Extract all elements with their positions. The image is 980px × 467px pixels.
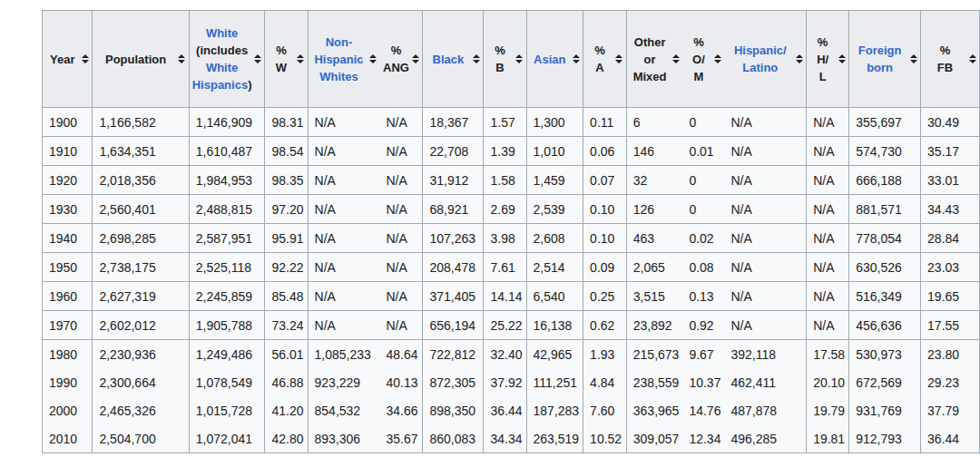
demographics-table-container: YearPopulationWhite(includesWhiteHispani… bbox=[42, 10, 980, 453]
cell-pct-ang: N/A bbox=[379, 137, 423, 166]
sort-icon bbox=[81, 54, 89, 63]
cell-white: 1,984,953 bbox=[189, 166, 265, 195]
cell-pct-b: 32.40 bbox=[484, 340, 526, 369]
cell-other-or-mixed: 6 bbox=[626, 108, 682, 137]
column-header-pct-b[interactable]: %B bbox=[484, 11, 526, 108]
cell-hispanic-latino: 496,285 bbox=[724, 424, 806, 453]
cell-foreign-born: 931,769 bbox=[849, 396, 921, 424]
cell-pct-w: 98.31 bbox=[265, 108, 308, 137]
cell-pct-ang: 40.13 bbox=[379, 368, 423, 396]
column-header-pct-ang[interactable]: %ANG bbox=[379, 11, 423, 108]
cell-other-or-mixed: 146 bbox=[626, 137, 682, 166]
cell-pct-fb: 30.49 bbox=[921, 108, 980, 137]
cell-pct-ang: N/A bbox=[379, 108, 423, 137]
cell-asian: 2,608 bbox=[526, 224, 583, 253]
cell-year: 1950 bbox=[43, 253, 93, 282]
column-header-label: %A bbox=[586, 42, 613, 76]
column-header-text: ANG bbox=[383, 61, 409, 74]
cell-pct-a: 0.10 bbox=[583, 224, 627, 253]
column-header-link[interactable]: Black bbox=[433, 53, 465, 66]
column-header-pct-w[interactable]: %W bbox=[265, 11, 308, 108]
cell-pct-a: 10.52 bbox=[583, 424, 627, 453]
cell-black: 18,367 bbox=[423, 108, 484, 137]
cell-other-or-mixed: 363,965 bbox=[626, 396, 682, 424]
cell-asian: 16,138 bbox=[526, 311, 583, 340]
cell-asian: 263,519 bbox=[526, 424, 583, 453]
column-header-link[interactable]: Whites bbox=[319, 70, 358, 83]
cell-pct-a: 7.60 bbox=[583, 396, 627, 424]
column-header-label: %O/M bbox=[685, 34, 711, 85]
cell-other-or-mixed: 126 bbox=[626, 195, 682, 224]
cell-asian: 2,514 bbox=[526, 253, 583, 282]
cell-population: 1,634,351 bbox=[93, 137, 189, 166]
column-header-pct-om[interactable]: %O/M bbox=[682, 11, 724, 108]
cell-pct-hl: 19.79 bbox=[807, 396, 849, 424]
cell-pct-a: 4.84 bbox=[583, 368, 627, 396]
column-header-link[interactable]: born bbox=[867, 61, 893, 74]
column-header-link[interactable]: Foreign bbox=[858, 44, 902, 57]
table-row-1960: 19602,627,3192,245,85985.48N/AN/A371,405… bbox=[43, 282, 980, 311]
column-header-link[interactable]: Asian bbox=[534, 53, 565, 66]
sort-icon bbox=[572, 54, 580, 63]
cell-pct-ang: N/A bbox=[379, 224, 423, 253]
column-header-hispanic-latino[interactable]: Hispanic/Latino bbox=[724, 11, 806, 108]
cell-white: 2,245,859 bbox=[189, 282, 265, 311]
column-header-black[interactable]: Black bbox=[423, 11, 484, 108]
column-header-text: % bbox=[495, 44, 505, 57]
cell-pct-fb: 19.65 bbox=[921, 282, 980, 311]
cell-hispanic-latino: 487,878 bbox=[724, 396, 806, 424]
cell-pct-w: 73.24 bbox=[265, 311, 308, 340]
column-header-link[interactable]: Hispanic/ bbox=[734, 44, 787, 57]
cell-asian: 6,540 bbox=[526, 282, 583, 311]
cell-asian: 187,283 bbox=[526, 396, 583, 424]
column-header-pct-hl[interactable]: %H/L bbox=[807, 11, 849, 108]
cell-asian: 2,539 bbox=[526, 195, 583, 224]
cell-hispanic-latino: N/A bbox=[724, 137, 806, 166]
sort-icon bbox=[297, 54, 305, 63]
cell-pct-om: 0.92 bbox=[682, 311, 724, 340]
column-header-link[interactable]: White bbox=[206, 26, 238, 40]
cell-pct-fb: 33.01 bbox=[921, 166, 980, 195]
cell-population: 2,738,175 bbox=[93, 253, 189, 282]
cell-asian: 1,459 bbox=[526, 166, 583, 195]
table-row-2000: 20002,465,3261,015,72841.20854,53234.668… bbox=[43, 396, 980, 424]
column-header-other-or-mixed[interactable]: OtherorMixed bbox=[626, 11, 682, 108]
column-header-link[interactable]: Non- bbox=[326, 35, 353, 49]
column-header-population[interactable]: Population bbox=[93, 11, 189, 108]
cell-pct-a: 0.62 bbox=[583, 311, 627, 340]
cell-pct-fb: 23.03 bbox=[921, 253, 980, 282]
column-header-pct-a[interactable]: %A bbox=[583, 11, 627, 108]
cell-asian: 1,010 bbox=[526, 137, 583, 166]
cell-other-or-mixed: 23,892 bbox=[626, 311, 682, 340]
cell-foreign-born: 355,697 bbox=[849, 108, 921, 137]
cell-pct-b: 1.57 bbox=[484, 108, 526, 137]
cell-foreign-born: 530,973 bbox=[849, 340, 921, 369]
column-header-text: O/ bbox=[692, 53, 705, 66]
cell-year: 2010 bbox=[43, 424, 93, 453]
column-header-asian[interactable]: Asian bbox=[526, 11, 583, 108]
cell-white: 2,525,118 bbox=[189, 253, 265, 282]
cell-pct-w: 98.35 bbox=[265, 166, 308, 195]
cell-pct-fb: 28.84 bbox=[921, 224, 980, 253]
column-header-link[interactable]: Hispanics bbox=[192, 78, 248, 92]
column-header-link[interactable]: Latino bbox=[742, 61, 778, 74]
cell-pct-ang: N/A bbox=[379, 253, 423, 282]
cell-pct-hl: N/A bbox=[807, 311, 849, 340]
column-header-year[interactable]: Year bbox=[43, 11, 93, 108]
column-header-non-hispanic-whites[interactable]: Non-HispanicWhites bbox=[308, 11, 379, 108]
column-header-white[interactable]: White(includesWhiteHispanics) bbox=[189, 11, 265, 108]
cell-foreign-born: 574,730 bbox=[849, 137, 921, 166]
column-header-link[interactable]: White bbox=[206, 61, 238, 74]
cell-pct-w: 46.88 bbox=[265, 368, 308, 396]
cell-pct-a: 1.93 bbox=[583, 340, 627, 369]
column-header-text: % bbox=[594, 44, 605, 57]
column-header-foreign-born[interactable]: Foreignborn bbox=[849, 11, 921, 108]
cell-year: 1990 bbox=[43, 368, 93, 396]
table-row-1930: 19302,560,4012,488,81597.20N/AN/A68,9212… bbox=[43, 195, 980, 224]
cell-pct-w: 95.91 bbox=[265, 224, 308, 253]
cell-asian: 42,965 bbox=[526, 340, 583, 369]
column-header-pct-fb[interactable]: %FB bbox=[921, 11, 980, 108]
column-header-link[interactable]: Hispanic bbox=[314, 53, 363, 66]
cell-other-or-mixed: 215,673 bbox=[626, 340, 682, 369]
cell-white: 2,488,815 bbox=[189, 195, 265, 224]
